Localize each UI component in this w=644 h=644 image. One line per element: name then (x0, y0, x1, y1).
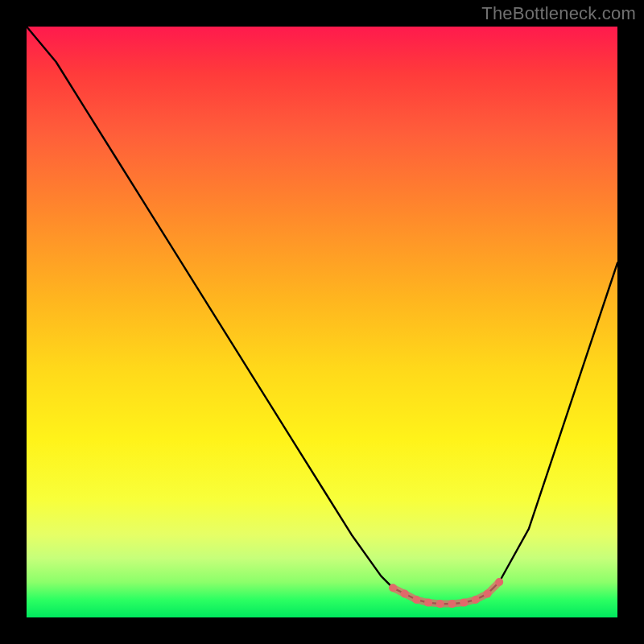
floor-marker-dot (448, 600, 456, 608)
floor-marker-dot (424, 599, 432, 607)
floor-marker-dot (436, 600, 444, 608)
floor-marker-dot (484, 590, 492, 598)
floor-markers (389, 578, 503, 608)
floor-marker-dot (389, 584, 397, 592)
plot-area (27, 27, 617, 617)
floor-marker-dot (495, 578, 503, 586)
floor-marker-dot (460, 599, 468, 607)
floor-marker-line (393, 582, 499, 604)
main-curve (27, 27, 617, 604)
floor-marker-dot (401, 590, 409, 598)
watermark-text: TheBottleneck.com (481, 3, 636, 24)
chart-frame: TheBottleneck.com (0, 0, 644, 644)
floor-marker-dot (412, 596, 420, 604)
floor-marker-dot (472, 596, 480, 604)
chart-svg (27, 27, 617, 617)
